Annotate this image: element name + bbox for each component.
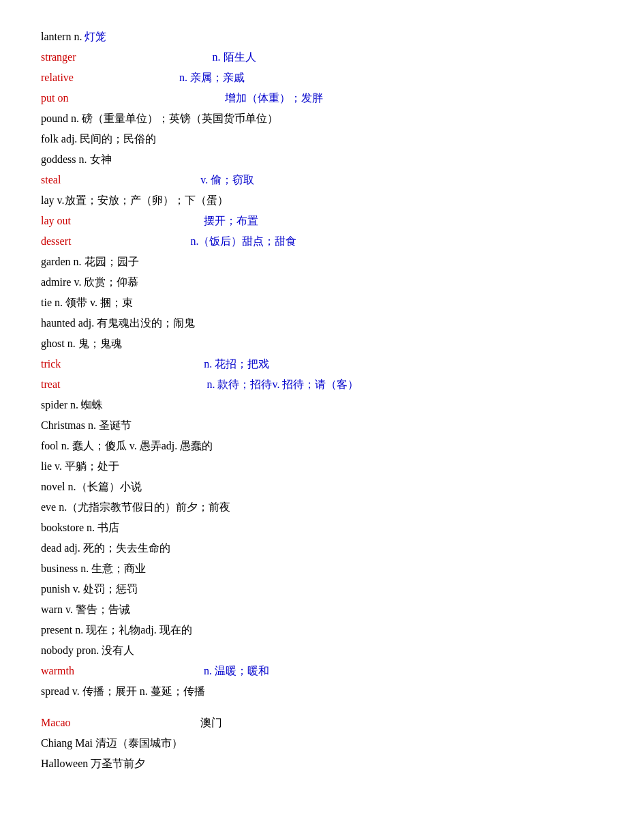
entry-treat: treatn. 款待；招待v. 招待；请（客） xyxy=(41,375,603,394)
entry-treat-en: treat xyxy=(41,378,60,390)
entry-tie-en: tie n. 领带 v. 捆；束 xyxy=(41,297,133,308)
entry-business: business n. 生意；商业 xyxy=(41,559,603,578)
entry-stranger: strangern. 陌生人 xyxy=(41,48,603,67)
entry-lay-out: lay out摆开；布置 xyxy=(41,211,603,230)
entry-halloween: Halloween 万圣节前夕 xyxy=(41,754,603,773)
entry-haunted: haunted adj. 有鬼魂出没的；闹鬼 xyxy=(41,314,603,333)
entry-pound-en: pound n. 磅（重量单位）；英镑（英国货币单位） xyxy=(41,113,278,124)
entry-fool-en: fool n. 蠢人；傻瓜 v. 愚弄adj. 愚蠢的 xyxy=(41,440,213,451)
entry-dead: dead adj. 死的；失去生命的 xyxy=(41,539,603,558)
entry-treat-zh: n. 款待；招待v. 招待；请（客） xyxy=(206,378,358,390)
entry-eve-en: eve n.（尤指宗教节假日的）前夕；前夜 xyxy=(41,501,230,513)
entry-macao-en: Macao xyxy=(41,717,71,728)
entry-trick-zh: n. 花招；把戏 xyxy=(204,358,269,370)
entry-lantern: lantern n. 灯笼 xyxy=(41,27,603,46)
entry-put-on-zh: 增加（体重）；发胖 xyxy=(225,92,323,104)
entry-lantern-zh: 灯笼 xyxy=(85,31,106,42)
entry-folk-en: folk adj. 民间的；民俗的 xyxy=(41,133,156,145)
entry-punish-en: punish v. 处罚；惩罚 xyxy=(41,583,138,595)
entry-christmas-en: Christmas n. 圣诞节 xyxy=(41,419,132,431)
entry-lay-out-en: lay out xyxy=(41,215,71,226)
entry-bookstore-en: bookstore n. 书店 xyxy=(41,522,119,533)
entry-warmth: warmthn. 温暖；暖和 xyxy=(41,661,603,681)
entry-spread: spread v. 传播；展开 n. 蔓延；传播 xyxy=(41,682,603,701)
entry-warn-en: warn v. 警告；告诫 xyxy=(41,604,130,615)
entry-steal: stealv. 偷；窃取 xyxy=(41,170,603,190)
entry-warmth-en: warmth xyxy=(41,665,74,676)
entry-chiang-mai: Chiang Mai 清迈（泰国城市） xyxy=(41,734,603,753)
entry-nobody: nobody pron. 没有人 xyxy=(41,641,603,660)
entry-lay-out-zh: 摆开；布置 xyxy=(204,215,258,226)
entry-novel-en: novel n.（长篇）小说 xyxy=(41,481,142,492)
entry-dessert-en: dessert xyxy=(41,235,71,247)
entry-present: present n. 现在；礼物adj. 现在的 xyxy=(41,621,603,640)
entry-put-on: put on增加（体重）；发胖 xyxy=(41,89,603,108)
places-section: Macao澳门 Chiang Mai 清迈（泰国城市） Halloween 万圣… xyxy=(41,713,603,773)
entry-trick-en: trick xyxy=(41,358,61,370)
entry-goddess-en: goddess n. 女神 xyxy=(41,153,112,165)
entry-admire: admire v. 欣赏；仰慕 xyxy=(41,273,603,292)
entry-spread-en: spread v. 传播；展开 n. 蔓延；传播 xyxy=(41,685,205,697)
entry-dessert-zh: n.（饭后）甜点；甜食 xyxy=(190,235,296,247)
entry-folk: folk adj. 民间的；民俗的 xyxy=(41,130,603,149)
entry-warn: warn v. 警告；告诫 xyxy=(41,600,603,619)
entry-nobody-en: nobody pron. 没有人 xyxy=(41,644,134,656)
entry-relative-zh: n. 亲属；亲戚 xyxy=(179,72,245,83)
entry-pound: pound n. 磅（重量单位）；英镑（英国货币单位） xyxy=(41,109,603,128)
entry-macao-zh: 澳门 xyxy=(200,717,222,728)
entry-ghost: ghost n. 鬼；鬼魂 xyxy=(41,334,603,353)
entry-present-en: present n. 现在；礼物adj. 现在的 xyxy=(41,624,192,636)
vocabulary-list: lantern n. 灯笼 strangern. 陌生人 relativen. … xyxy=(41,27,603,773)
entry-bookstore: bookstore n. 书店 xyxy=(41,518,603,537)
entry-dessert: dessertn.（饭后）甜点；甜食 xyxy=(41,232,603,251)
entry-lay-en: lay v.放置；安放；产（卵）；下（蛋） xyxy=(41,194,228,206)
entry-business-en: business n. 生意；商业 xyxy=(41,563,146,574)
entry-dead-en: dead adj. 死的；失去生命的 xyxy=(41,542,170,554)
entry-ghost-en: ghost n. 鬼；鬼魂 xyxy=(41,338,122,349)
entry-lay: lay v.放置；安放；产（卵）；下（蛋） xyxy=(41,191,603,210)
entry-trick: trickn. 花招；把戏 xyxy=(41,355,603,374)
entry-spider-en: spider n. 蜘蛛 xyxy=(41,399,103,411)
entry-admire-en: admire v. 欣赏；仰慕 xyxy=(41,276,138,288)
entry-chiang-mai-en: Chiang Mai 清迈（泰国城市） xyxy=(41,737,183,749)
entry-fool: fool n. 蠢人；傻瓜 v. 愚弄adj. 愚蠢的 xyxy=(41,436,603,456)
entry-put-on-en: put on xyxy=(41,92,68,104)
entry-relative-en: relative xyxy=(41,72,74,83)
entry-tie: tie n. 领带 v. 捆；束 xyxy=(41,293,603,312)
entry-macao: Macao澳门 xyxy=(41,713,603,732)
entry-christmas: Christmas n. 圣诞节 xyxy=(41,416,603,435)
entry-novel: novel n.（长篇）小说 xyxy=(41,477,603,496)
entry-relative: relativen. 亲属；亲戚 xyxy=(41,68,603,87)
entry-warmth-zh: n. 温暖；暖和 xyxy=(204,665,269,676)
entry-garden: garden n. 花园；园子 xyxy=(41,252,603,271)
entry-halloween-en: Halloween 万圣节前夕 xyxy=(41,758,145,769)
entry-lantern-en: lantern n. xyxy=(41,31,85,42)
entry-punish: punish v. 处罚；惩罚 xyxy=(41,580,603,599)
entry-stranger-zh: n. 陌生人 xyxy=(213,51,256,63)
entry-lie: lie v. 平躺；处于 xyxy=(41,457,603,476)
entry-steal-en: steal xyxy=(41,174,61,185)
entry-eve: eve n.（尤指宗教节假日的）前夕；前夜 xyxy=(41,498,603,517)
entry-steal-zh: v. 偷；窃取 xyxy=(200,174,254,185)
entry-haunted-en: haunted adj. 有鬼魂出没的；闹鬼 xyxy=(41,317,195,329)
entry-goddess: goddess n. 女神 xyxy=(41,150,603,169)
entry-stranger-en: stranger xyxy=(41,51,76,63)
entry-lie-en: lie v. 平躺；处于 xyxy=(41,460,119,472)
entry-garden-en: garden n. 花园；园子 xyxy=(41,256,139,267)
entry-spider: spider n. 蜘蛛 xyxy=(41,396,603,415)
